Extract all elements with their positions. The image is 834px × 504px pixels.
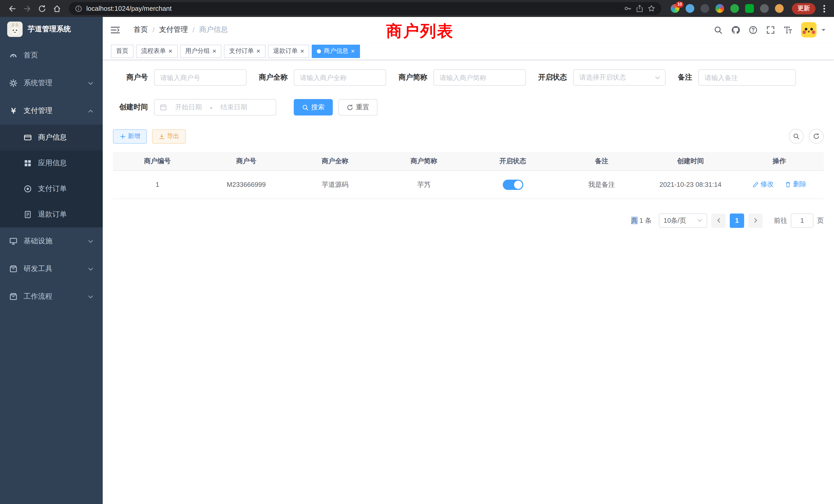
merchant-table: 商户编号 商户号 商户全称 商户简称 开启状态 备注 创建时间 操作	[113, 152, 824, 199]
user-avatar[interactable]	[801, 22, 816, 38]
tab-refund-order[interactable]: 退款订单 ×	[268, 44, 309, 58]
status-select[interactable]: 请选择开启状态	[573, 69, 665, 86]
add-button[interactable]: 新增	[113, 129, 147, 143]
export-button[interactable]: 导出	[152, 129, 186, 143]
tab-user-group[interactable]: 用户分组 ×	[180, 44, 221, 58]
extension-icon[interactable]	[745, 4, 754, 13]
pagination-goto: 前往 页	[774, 213, 824, 228]
breadcrumb-item[interactable]: 首页	[133, 25, 148, 35]
edit-button[interactable]: 修改	[752, 180, 774, 189]
tab-home[interactable]: 首页	[111, 44, 133, 58]
merchant-no-input[interactable]	[154, 69, 246, 86]
tab-process-form[interactable]: 流程表单 ×	[136, 44, 177, 58]
box-icon	[9, 265, 18, 273]
fullscreen-icon[interactable]	[766, 25, 775, 34]
status-toggle[interactable]	[503, 179, 523, 190]
url-bar[interactable]: localhost:1024/pay/merchant	[69, 2, 661, 15]
card-icon	[24, 134, 32, 142]
page-size-select[interactable]: 10条/页	[659, 213, 707, 228]
chevron-down-icon	[88, 238, 93, 244]
create-time-range-picker[interactable]: 开始日期 - 结束日期	[154, 99, 276, 115]
close-icon[interactable]: ×	[256, 48, 260, 54]
column-header: 商户号	[202, 152, 291, 170]
box-icon	[9, 293, 18, 301]
goto-page-input[interactable]	[791, 213, 813, 228]
extension-icon[interactable]	[686, 4, 694, 13]
sidebar-item-dev-tools[interactable]: 研发工具	[0, 255, 103, 283]
filter-row-1: 商户号 商户全称 商户简称 开启状态 请选择开启状态	[113, 69, 824, 86]
cell-full-name: 芋道源码	[291, 170, 379, 199]
next-page-button[interactable]	[748, 213, 763, 228]
full-name-input[interactable]	[294, 69, 386, 86]
extension-icon[interactable]	[701, 4, 709, 13]
sidebar-item-app-info[interactable]: 应用信息	[0, 151, 103, 176]
cell-create-time: 2021-10-23 08:31:14	[646, 170, 735, 199]
extension-icon[interactable]: 10	[671, 4, 679, 13]
extension-badge: 10	[676, 2, 683, 8]
sidebar-item-refund-order[interactable]: 退款订单	[0, 202, 103, 227]
close-icon[interactable]: ×	[351, 48, 355, 54]
font-size-icon[interactable]	[784, 25, 792, 34]
refresh-table-button[interactable]	[809, 129, 824, 144]
browser-back-button[interactable]	[5, 2, 19, 16]
date-end-placeholder: 结束日期	[215, 102, 253, 112]
sidebar-item-workflow[interactable]: 工作流程	[0, 283, 103, 311]
reset-button[interactable]: 重置	[338, 99, 377, 115]
delete-button[interactable]: 删除	[785, 180, 807, 189]
table-header-row: 商户编号 商户号 商户全称 商户简称 开启状态 备注 创建时间 操作	[113, 152, 824, 170]
chevron-down-icon	[697, 217, 703, 223]
extension-icon[interactable]	[716, 4, 724, 13]
tab-merchant-info[interactable]: 商户信息 ×	[312, 44, 360, 58]
extension-icon[interactable]	[730, 4, 739, 13]
column-header: 商户简称	[379, 152, 468, 170]
cell-short-name: 芋艿	[379, 170, 468, 199]
share-icon[interactable]	[636, 5, 643, 12]
app-frame: 芋道管理系统 首页 系统管理 ￥ 支付管理	[0, 17, 834, 504]
chevron-down-icon	[655, 75, 660, 80]
sidebar-item-payment[interactable]: ￥ 支付管理	[0, 97, 103, 125]
sidebar-item-home[interactable]: 首页	[0, 42, 103, 69]
password-key-icon[interactable]	[624, 5, 632, 12]
monitor-icon	[9, 237, 18, 245]
bookmark-star-icon[interactable]	[648, 5, 655, 12]
site-info-icon[interactable]	[75, 5, 82, 12]
page-number-button[interactable]: 1	[730, 213, 744, 228]
sidebar-item-pay-order[interactable]: 支付订单	[0, 176, 103, 202]
extension-icon[interactable]	[760, 4, 769, 13]
table-toolbar: 新增 导出	[113, 129, 824, 144]
tab-pay-order[interactable]: 支付订单 ×	[224, 44, 265, 58]
sidebar-item-label: 研发工具	[24, 264, 82, 274]
browser-menu-icon[interactable]	[820, 4, 829, 13]
help-icon[interactable]	[749, 25, 758, 34]
hamburger-icon[interactable]	[110, 25, 120, 34]
sidebar-item-system[interactable]: 系统管理	[0, 69, 103, 97]
top-navbar: 首页 / 支付管理 / 商户信息 商户列表	[103, 17, 834, 43]
browser-home-button[interactable]	[50, 2, 64, 16]
sidebar-item-label: 首页	[24, 51, 93, 60]
browser-reload-button[interactable]	[35, 2, 49, 16]
github-icon[interactable]	[731, 25, 740, 34]
pagination-total: 共 1 条	[631, 216, 652, 225]
filter-label: 商户简称	[398, 73, 434, 82]
caret-down-icon[interactable]	[821, 27, 826, 32]
prev-page-button[interactable]	[711, 213, 726, 228]
search-button[interactable]: 搜索	[294, 99, 333, 115]
browser-update-button[interactable]: 更新	[792, 3, 815, 14]
breadcrumb-item[interactable]: 支付管理	[159, 25, 188, 35]
close-icon[interactable]: ×	[169, 48, 172, 54]
calendar-icon	[160, 104, 167, 111]
cell-merchant-id: 1	[113, 170, 202, 199]
sidebar-item-merchant-info[interactable]: 商户信息	[0, 125, 103, 151]
remark-input[interactable]	[698, 69, 796, 86]
gear-icon	[9, 79, 18, 87]
sidebar-item-infrastructure[interactable]: 基础设施	[0, 227, 103, 255]
short-name-input[interactable]	[434, 69, 526, 86]
app-logo[interactable]: 芋道管理系统	[0, 17, 103, 42]
toggle-search-button[interactable]	[789, 129, 804, 144]
close-icon[interactable]: ×	[301, 48, 304, 54]
table-row: 1 M233666999 芋道源码 芋艿 我是备注 2021-10-23 08:…	[113, 170, 824, 199]
close-icon[interactable]: ×	[212, 48, 216, 54]
browser-forward-button[interactable]	[20, 2, 34, 16]
search-icon[interactable]	[714, 25, 723, 34]
profile-avatar-icon[interactable]	[775, 4, 784, 13]
